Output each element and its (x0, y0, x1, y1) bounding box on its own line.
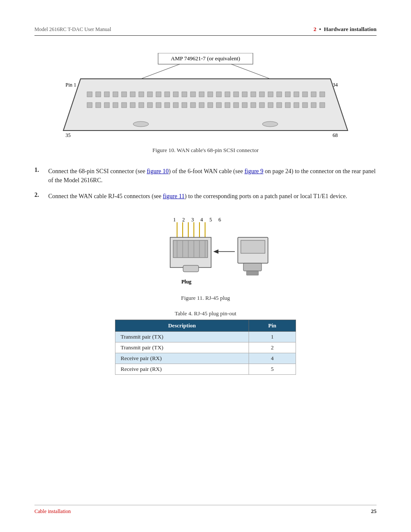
svg-rect-37 (130, 103, 135, 108)
figure11-link[interactable]: figure 11 (163, 193, 184, 199)
svg-rect-7 (113, 92, 118, 97)
svg-rect-31 (320, 92, 325, 97)
svg-rect-57 (302, 103, 308, 108)
svg-rect-9 (130, 92, 135, 97)
svg-rect-40 (156, 103, 161, 108)
table-row: Transmit pair (TX)1 (115, 332, 296, 342)
svg-rect-14 (173, 92, 178, 97)
svg-rect-17 (199, 92, 204, 97)
svg-rect-26 (277, 92, 282, 97)
svg-rect-15 (182, 92, 187, 97)
svg-rect-39 (147, 103, 153, 108)
svg-rect-36 (121, 103, 127, 108)
svg-rect-6 (104, 92, 109, 97)
svg-rect-55 (285, 103, 290, 108)
svg-rect-12 (156, 92, 161, 97)
svg-rect-74 (183, 265, 199, 272)
rj45-figure-caption: Figure 11. RJ-45 plug (181, 295, 230, 302)
svg-rect-28 (294, 92, 299, 97)
page-header: Model 2616RC T-DAC User Manual 2 • Hardw… (34, 26, 377, 36)
table-row: Receive pair (RX)4 (115, 353, 296, 364)
svg-rect-34 (104, 103, 109, 108)
svg-rect-58 (311, 103, 316, 108)
svg-text:35: 35 (65, 132, 71, 138)
instruction-1-num: 1. (34, 167, 43, 174)
page-container: Model 2616RC T-DAC User Manual 2 • Hardw… (0, 0, 411, 532)
svg-rect-4 (87, 92, 92, 97)
header-chapter: 2 (314, 26, 317, 32)
instruction-2-num: 2. (34, 192, 43, 199)
svg-text:Plug: Plug (181, 279, 191, 285)
cell-description: Receive pair (RX) (115, 364, 249, 375)
header-left: Model 2616RC T-DAC User Manual (34, 26, 111, 33)
table-header-row: Description Pin (115, 320, 296, 332)
svg-text:AMP 749621-7 (or equivalent): AMP 749621-7 (or equivalent) (171, 55, 240, 62)
svg-rect-56 (294, 103, 299, 108)
svg-rect-38 (139, 103, 144, 108)
instructions: 1. Connect the 68-pin SCSI connector (se… (34, 167, 377, 201)
svg-rect-86 (243, 263, 262, 271)
svg-rect-11 (147, 92, 153, 97)
svg-rect-54 (277, 103, 282, 108)
svg-rect-32 (87, 103, 92, 108)
svg-point-61 (262, 121, 278, 127)
col-pin: Pin (249, 320, 296, 332)
svg-rect-23 (251, 92, 256, 97)
svg-rect-19 (216, 92, 221, 97)
table-section: Table 4. RJ-45 plug pin-out Description … (115, 310, 296, 375)
svg-rect-87 (246, 271, 258, 275)
rj45-figure: 1 2 3 4 5 6 (34, 214, 377, 302)
svg-rect-41 (165, 103, 170, 108)
svg-rect-27 (285, 92, 290, 97)
svg-rect-8 (121, 92, 127, 97)
svg-rect-53 (268, 103, 273, 108)
cell-pin: 2 (249, 342, 296, 353)
col-description: Description (115, 320, 249, 332)
scsi-figure-caption: Figure 10. WAN cable's 68-pin SCSI conne… (153, 147, 259, 154)
footer-section-label: Cable installation (34, 508, 71, 515)
svg-rect-48 (225, 103, 230, 108)
svg-rect-13 (165, 92, 170, 97)
svg-rect-25 (268, 92, 273, 97)
svg-text:1 2 3 4 5 6: 1 2 3 4 5 6 (173, 217, 224, 223)
instruction-1: 1. Connect the 68-pin SCSI connector (se… (34, 167, 377, 185)
instruction-2-text: Connect the WAN cable RJ-45 connectors (… (48, 192, 347, 201)
svg-rect-51 (251, 103, 256, 108)
figure10-link[interactable]: figure 10 (147, 168, 169, 174)
table-title: Table 4. RJ-45 plug pin-out (115, 310, 296, 317)
svg-rect-45 (199, 103, 204, 108)
svg-rect-43 (182, 103, 187, 108)
table-row: Transmit pair (TX)2 (115, 342, 296, 353)
pin-table: Description Pin Transmit pair (TX)1Trans… (115, 320, 296, 375)
svg-rect-16 (190, 92, 196, 97)
svg-rect-18 (208, 92, 213, 97)
cell-description: Transmit pair (TX) (115, 342, 249, 353)
svg-rect-46 (208, 103, 213, 108)
header-title: Hardware installation (324, 26, 377, 32)
svg-rect-59 (320, 103, 325, 108)
svg-rect-24 (259, 92, 265, 97)
svg-rect-50 (242, 103, 247, 108)
footer-page-number: 25 (371, 508, 377, 515)
svg-rect-44 (190, 103, 196, 108)
svg-marker-83 (213, 249, 218, 254)
rj45-svg: 1 2 3 4 5 6 (132, 214, 279, 291)
scsi-figure: AMP 749621-7 (or equivalent) (34, 53, 377, 154)
instruction-2: 2. Connect the WAN cable RJ-45 connector… (34, 192, 377, 201)
figure9-link[interactable]: figure 9 (244, 168, 263, 174)
cell-pin: 4 (249, 353, 296, 364)
svg-rect-47 (216, 103, 221, 108)
svg-rect-29 (302, 92, 308, 97)
svg-rect-85 (241, 240, 265, 253)
svg-text:34: 34 (333, 82, 338, 88)
svg-rect-49 (234, 103, 239, 108)
table-row: Receive pair (RX)5 (115, 364, 296, 375)
svg-rect-22 (242, 92, 247, 97)
svg-line-3 (231, 64, 270, 79)
svg-rect-52 (259, 103, 265, 108)
cell-description: Receive pair (RX) (115, 353, 249, 364)
svg-rect-21 (234, 92, 239, 97)
svg-rect-5 (96, 92, 101, 97)
cell-pin: 5 (249, 364, 296, 375)
header-right: 2 • Hardware installation (314, 26, 377, 33)
